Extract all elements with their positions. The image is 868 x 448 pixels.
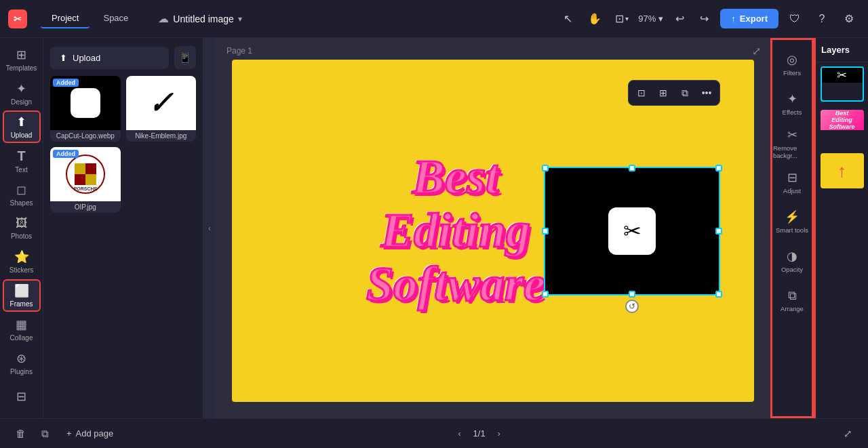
sidebar-label-templates: Templates xyxy=(6,64,37,72)
resize-handle-bl[interactable] xyxy=(542,291,549,298)
canvas-area: Page 1 ⤢ Best Editing Software ↺ xyxy=(216,38,770,418)
adjust-label: Adjust xyxy=(783,187,801,195)
nike-label: Nike-Emblem.jpg xyxy=(126,130,197,142)
frame-tool-btn[interactable]: ⊡ ▾ xyxy=(611,8,633,30)
canvas-content[interactable]: Best Editing Software ↺ ✂ xyxy=(232,60,754,402)
right-tools-panel: ◎ Filters ✦ Effects ✂ Remove backgr... ⊟… xyxy=(770,38,814,418)
sidebar-item-extra[interactable]: ⊟ xyxy=(3,380,41,413)
next-page-button[interactable]: › xyxy=(491,426,507,442)
file-item-porsche[interactable]: PORSCHE Added OIP.jpg xyxy=(50,147,121,213)
bottom-bar: 🗑 ⧉ + Add page ‹ 1/1 › ⤢ xyxy=(0,418,868,448)
sidebar-item-templates[interactable]: ⊞ Templates xyxy=(3,43,41,76)
sidebar-item-plugins[interactable]: ⊛ Plugins xyxy=(3,347,41,380)
upload-button[interactable]: ⬆ Upload xyxy=(50,47,169,69)
sidebar-item-stickers[interactable]: ⭐ Stickers xyxy=(3,245,41,278)
sidebar-item-upload[interactable]: ⬆ Upload xyxy=(3,110,41,143)
sidebar-item-design[interactable]: ✦ Design xyxy=(3,77,41,110)
arrange-label: Arrange xyxy=(781,305,804,312)
sidebar-item-text[interactable]: T Text xyxy=(3,144,41,177)
help-icon[interactable]: ? xyxy=(811,8,833,30)
header-tools: ↖ ✋ ⊡ ▾ 97% ▾ ↩ ↪ ↑ Export 🛡 ? ⚙ xyxy=(557,8,860,30)
settings-icon[interactable]: ⚙ xyxy=(838,8,860,30)
sidebar-item-shapes[interactable]: ◻ Shapes xyxy=(3,178,41,211)
logo-icon: ✂ xyxy=(14,14,22,24)
document-title[interactable]: Untitled image xyxy=(173,14,234,24)
upload-btn-label: Upload xyxy=(73,53,100,63)
sidebar-label-stickers: Stickers xyxy=(9,266,34,274)
sidebar-item-collage[interactable]: ▦ Collage xyxy=(3,313,41,346)
sidebar-item-frames[interactable]: ⬜ Frames xyxy=(3,279,41,312)
header-right-icons: 🛡 ? ⚙ xyxy=(784,8,860,30)
layer-thumbnail-background: ↑ xyxy=(821,153,864,188)
floating-toolbar: ⊡ ⊞ ⧉ ••• xyxy=(628,80,720,106)
selected-image-element[interactable]: ↺ ✂ xyxy=(544,167,720,296)
hand-tool-btn[interactable]: ✋ xyxy=(584,8,606,30)
upload-files-grid: ✂ Added CapCut-Logo.webp ✓ Nike-Emblem.j… xyxy=(50,76,196,213)
layer-item-capcut[interactable]: ✂ xyxy=(821,66,864,102)
effects-tool[interactable]: ✦ Effects xyxy=(773,85,811,123)
resize-handle-tl[interactable] xyxy=(542,165,549,171)
file-item-capcut[interactable]: ✂ Added CapCut-Logo.webp xyxy=(50,76,121,142)
opacity-tool[interactable]: ◑ Opacity xyxy=(773,242,811,280)
remove-bg-icon: ✂ xyxy=(787,127,797,142)
sidebar-label-collage: Collage xyxy=(10,334,33,342)
copy-button[interactable]: ⧉ xyxy=(675,83,695,102)
pagination: ‹ 1/1 › xyxy=(452,426,507,442)
resize-handle-tr[interactable] xyxy=(715,165,722,171)
undo-btn[interactable]: ↩ xyxy=(669,8,690,30)
delete-button[interactable]: 🗑 xyxy=(11,424,30,443)
sidebar-label-upload: Upload xyxy=(11,131,33,139)
collage-icon: ▦ xyxy=(16,317,27,332)
resize-handle-tc[interactable] xyxy=(629,165,635,171)
adjust-tool[interactable]: ⊟ Adjust xyxy=(773,163,811,201)
capcut-logo-image: ✂ xyxy=(608,207,656,255)
export-button[interactable]: ↑ Export xyxy=(720,9,778,28)
title-chevron-icon[interactable]: ▾ xyxy=(238,14,242,24)
copy-page-button[interactable]: ⧉ xyxy=(35,424,54,443)
file-item-nike[interactable]: ✓ Nike-Emblem.jpg xyxy=(126,76,197,142)
resize-handle-mr[interactable] xyxy=(715,228,722,235)
layers-panel: Layers ✂ BestEditingSoftware ↑ xyxy=(814,38,868,418)
nike-swoosh-icon: ✓ xyxy=(148,85,174,120)
canvas-expand-icon[interactable]: ⤢ xyxy=(752,45,761,58)
app-logo: ✂ xyxy=(8,9,27,28)
page-indicator: 1/1 xyxy=(473,428,486,439)
document-title-area: ☁ Untitled image ▾ xyxy=(158,12,242,25)
shapes-icon: ◻ xyxy=(16,182,26,197)
layer-item-background[interactable]: ↑ xyxy=(821,153,864,188)
add-page-button[interactable]: + Add page xyxy=(60,426,120,441)
arrange-icon: ⧉ xyxy=(788,289,797,303)
sidebar-item-photos[interactable]: 🖼 Photos xyxy=(3,212,41,245)
shield-icon[interactable]: 🛡 xyxy=(784,8,806,30)
select-tool-btn[interactable]: ↖ xyxy=(557,8,578,30)
resize-handle-ml[interactable] xyxy=(542,228,549,235)
left-sidebar: ⊞ Templates ✦ Design ⬆ Upload T Text ◻ S… xyxy=(0,38,43,418)
zoom-control[interactable]: 97% ▾ xyxy=(638,14,663,24)
redo-btn[interactable]: ↪ xyxy=(693,8,715,30)
upload-btn-icon: ⬆ xyxy=(60,53,67,63)
main-area: ⊞ Templates ✦ Design ⬆ Upload T Text ◻ S… xyxy=(0,38,868,418)
collapse-panel-button[interactable]: ‹ xyxy=(203,38,216,418)
remove-bg-tool[interactable]: ✂ Remove backgr... xyxy=(773,124,811,162)
layer-item-text[interactable]: BestEditingSoftware xyxy=(821,110,864,145)
tab-space[interactable]: Space xyxy=(92,9,139,28)
rotate-handle[interactable]: ↺ xyxy=(625,300,639,313)
remove-bg-label: Remove backgr... xyxy=(773,144,811,159)
arrange-tool[interactable]: ⧉ Arrange xyxy=(773,281,811,319)
sidebar-label-shapes: Shapes xyxy=(10,199,33,207)
svg-rect-3 xyxy=(85,174,96,185)
layer-thumbnail-text: BestEditingSoftware xyxy=(821,110,864,130)
crop-button[interactable]: ⊡ xyxy=(631,83,652,102)
filters-tool[interactable]: ◎ Filters xyxy=(773,45,811,83)
more-options-button[interactable]: ••• xyxy=(696,83,717,102)
smart-tools-tool[interactable]: ⚡ Smart tools xyxy=(773,203,811,241)
fit-view-button[interactable]: ⤢ xyxy=(838,424,857,443)
resize-handle-bc[interactable] xyxy=(629,291,635,298)
grid-button[interactable]: ⊞ xyxy=(653,83,673,102)
tab-project[interactable]: Project xyxy=(41,9,90,28)
resize-handle-br[interactable] xyxy=(715,291,722,298)
device-button[interactable]: 📱 xyxy=(174,46,196,69)
prev-page-button[interactable]: ‹ xyxy=(452,426,468,442)
sidebar-label-text: Text xyxy=(15,166,27,174)
sidebar-label-design: Design xyxy=(11,98,32,106)
